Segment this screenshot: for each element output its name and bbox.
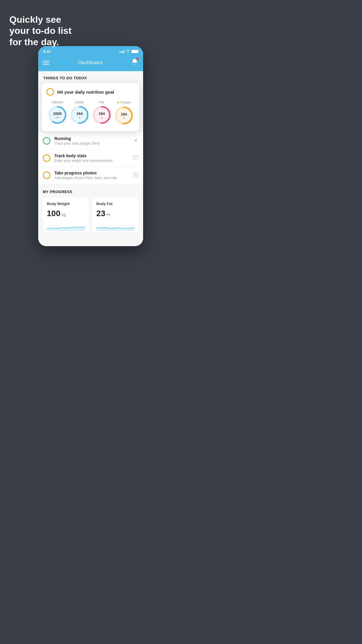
svg-point-22 <box>135 173 136 175</box>
notification-dot <box>136 58 139 60</box>
progress-section: MY PROGRESS Body Weight 100 kg <box>38 184 143 237</box>
ring-carbs: Carbs 164 g <box>70 100 89 125</box>
signal-bar-3 <box>122 51 123 53</box>
hero-line3: for the day. <box>9 36 71 48</box>
battery-icon <box>131 50 138 53</box>
ring-carbs-svg: 164 g <box>70 105 89 125</box>
todo-title-body-stats: Track body stats <box>55 153 129 158</box>
svg-text:g: g <box>79 116 80 119</box>
bell-icon[interactable] <box>131 58 138 67</box>
svg-rect-20 <box>133 155 138 159</box>
ring-calories-svg: 2000 cal <box>48 105 67 125</box>
ring-protein-label: ★ Protein <box>117 100 131 104</box>
ring-protein-svg: 164 g <box>114 106 134 125</box>
ring-fat: Fat 164 g <box>92 100 112 125</box>
hero-line1: Quickly see <box>9 14 71 25</box>
todo-text-body-stats: Track body stats Enter your weight and m… <box>55 153 129 163</box>
signal-bar-2 <box>121 51 122 53</box>
things-to-do-title: THINGS TO DO TODAY <box>43 76 87 80</box>
task-circle-unchecked[interactable] <box>46 88 54 96</box>
todo-circle-running <box>43 137 50 145</box>
phone-container: 9:41 <box>38 46 143 246</box>
body-weight-value-row: 100 kg <box>47 209 85 218</box>
ring-fat-svg: 164 g <box>92 105 112 125</box>
status-icons <box>119 49 138 53</box>
wifi-icon <box>126 49 130 53</box>
signal-bars-icon <box>119 50 124 53</box>
card-task-label: Hit your daily nutrition goal <box>57 90 114 94</box>
header-title: Dashboard <box>78 60 102 66</box>
todo-circle-photos <box>43 172 50 179</box>
body-fat-value-row: 23 % <box>96 209 134 218</box>
todo-list: Running Track your stats (target: 5km) <box>38 132 143 184</box>
svg-text:g: g <box>123 116 124 119</box>
todo-subtitle-running: Track your stats (target: 5km) <box>55 141 128 146</box>
body-fat-unit: % <box>107 212 110 217</box>
hero-line2: your to-do list <box>9 25 71 36</box>
todo-subtitle-photos: Add images of your front, back, and side <box>55 176 129 180</box>
body-weight-value: 100 <box>47 209 61 218</box>
person-icon <box>133 172 138 179</box>
todo-item-photos[interactable]: Take progress photos Add images of your … <box>38 167 143 184</box>
body-fat-value: 23 <box>96 209 106 218</box>
todo-text-running: Running Track your stats (target: 5km) <box>55 136 128 146</box>
running-icon <box>132 138 138 144</box>
todo-text-photos: Take progress photos Add images of your … <box>55 171 129 180</box>
signal-bar-1 <box>119 52 120 53</box>
star-icon: ★ <box>117 100 120 104</box>
ring-carbs-label: Carbs <box>75 100 84 104</box>
svg-text:164: 164 <box>76 111 83 116</box>
todo-subtitle-body-stats: Enter your weight and measurements <box>55 159 129 163</box>
todo-circle-body-stats <box>43 154 50 162</box>
ring-calories-label: Calories <box>51 100 63 104</box>
body-weight-unit: kg <box>61 212 66 217</box>
todo-title-photos: Take progress photos <box>55 171 129 175</box>
app-header: Dashboard <box>38 55 143 71</box>
svg-text:164: 164 <box>99 111 105 116</box>
todo-item-body-stats[interactable]: Track body stats Enter your weight and m… <box>38 150 143 167</box>
fat-wave-chart <box>96 220 134 231</box>
ring-calories: Calories 2000 cal <box>48 100 67 125</box>
body-fat-title: Body Fat <box>96 202 134 206</box>
hero-text: Quickly see your to-do list for the day. <box>9 14 71 48</box>
phone-content: THINGS TO DO TODAY Hit your daily nutrit… <box>38 71 143 246</box>
nutrition-rings: Calories 2000 cal Carbs <box>46 100 135 125</box>
ring-fat-label: Fat <box>99 100 104 104</box>
todo-item-running[interactable]: Running Track your stats (target: 5km) <box>38 132 143 150</box>
progress-title: MY PROGRESS <box>43 190 138 194</box>
signal-bar-4 <box>124 50 124 53</box>
floating-card: Hit your daily nutrition goal Calories 2… <box>42 83 140 131</box>
svg-text:g: g <box>101 116 102 119</box>
section-header: THINGS TO DO TODAY <box>38 71 143 83</box>
progress-card-fat: Body Fat 23 % <box>92 197 138 232</box>
status-time: 9:41 <box>43 49 51 54</box>
body-weight-title: Body Weight <box>47 202 85 206</box>
svg-text:2000: 2000 <box>53 111 61 116</box>
ring-protein: ★ Protein 164 g <box>114 100 134 125</box>
hamburger-menu[interactable] <box>43 61 49 65</box>
progress-cards: Body Weight 100 kg Body Fat <box>43 197 138 237</box>
card-task-row: Hit your daily nutrition goal <box>46 88 135 96</box>
page-wrapper: Quickly see your to-do list for the day.… <box>0 0 181 322</box>
progress-card-weight: Body Weight 100 kg <box>43 197 89 232</box>
todo-title-running: Running <box>55 136 128 141</box>
weight-wave-chart <box>47 220 85 231</box>
svg-text:cal: cal <box>56 116 59 119</box>
svg-text:164: 164 <box>121 112 127 116</box>
scale-icon <box>133 155 138 162</box>
